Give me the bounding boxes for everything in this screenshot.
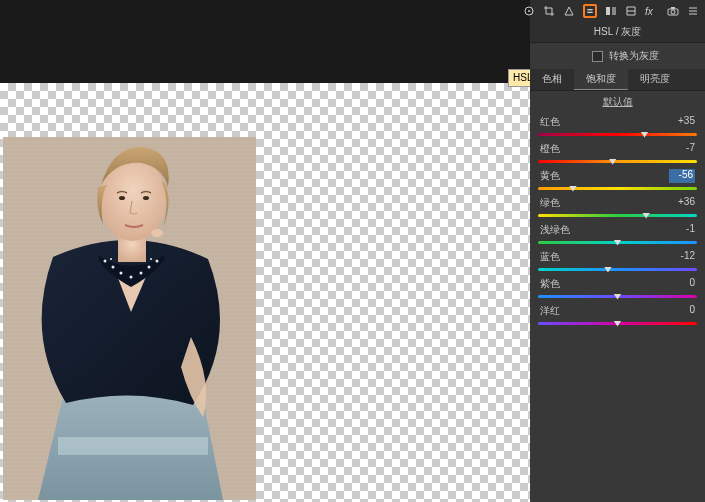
slider-row: 黄色-56 xyxy=(538,169,697,194)
reset-default[interactable]: 默认值 xyxy=(530,91,705,113)
svg-point-18 xyxy=(143,196,149,200)
photo-content xyxy=(3,137,256,500)
slider-value[interactable]: -56 xyxy=(669,169,695,183)
adjustments-panel: fx HSL / 灰度 转换为灰度 色相 饱和度 明亮度 默认值 红色+35橙色… xyxy=(530,0,705,502)
svg-point-10 xyxy=(148,266,151,269)
tab-luminance[interactable]: 明亮度 xyxy=(628,69,682,90)
svg-point-27 xyxy=(671,10,675,14)
tab-hue[interactable]: 色相 xyxy=(530,69,574,90)
svg-text:fx: fx xyxy=(645,6,654,17)
svg-point-12 xyxy=(110,258,112,260)
slider-value[interactable]: 0 xyxy=(669,277,695,291)
svg-rect-23 xyxy=(606,7,610,15)
slider-track[interactable] xyxy=(538,265,697,275)
slider-label: 绿色 xyxy=(540,196,560,210)
slider-value[interactable]: -7 xyxy=(669,142,695,156)
slider-track[interactable] xyxy=(538,292,697,302)
slider-list: 红色+35橙色-7黄色-56绿色+36浅绿色-1蓝色-12紫色0洋红0 xyxy=(530,113,705,339)
svg-point-7 xyxy=(120,272,123,275)
crop-icon[interactable] xyxy=(543,4,555,18)
slider-value[interactable]: +35 xyxy=(669,115,695,129)
tab-saturation[interactable]: 饱和度 xyxy=(574,69,628,90)
slider-track[interactable] xyxy=(538,130,697,140)
triangle-icon[interactable] xyxy=(563,4,575,18)
slider-row: 紫色0 xyxy=(538,277,697,302)
slider-value[interactable]: +36 xyxy=(669,196,695,210)
slider-row: 橙色-7 xyxy=(538,142,697,167)
fx-icon[interactable]: fx xyxy=(645,4,659,18)
slider-row: 红色+35 xyxy=(538,115,697,140)
svg-point-17 xyxy=(119,196,125,200)
svg-rect-21 xyxy=(587,9,592,10)
svg-rect-28 xyxy=(671,7,675,9)
slider-value[interactable]: 0 xyxy=(669,304,695,318)
grayscale-toggle-row[interactable]: 转换为灰度 xyxy=(530,43,705,69)
slider-label: 浅绿色 xyxy=(540,223,570,237)
slider-track[interactable] xyxy=(538,238,697,248)
svg-point-13 xyxy=(150,258,152,260)
svg-rect-24 xyxy=(612,7,616,15)
hsl-icon[interactable] xyxy=(583,4,597,18)
slider-value[interactable]: -1 xyxy=(669,223,695,237)
svg-point-9 xyxy=(140,272,143,275)
svg-point-6 xyxy=(112,266,115,269)
target-icon[interactable] xyxy=(523,4,535,18)
slider-row: 绿色+36 xyxy=(538,196,697,221)
detail-icon[interactable] xyxy=(625,4,637,18)
slider-row: 洋红0 xyxy=(538,304,697,329)
svg-point-5 xyxy=(104,260,107,263)
svg-point-11 xyxy=(156,260,159,263)
slider-label: 紫色 xyxy=(540,277,560,291)
svg-point-8 xyxy=(130,276,133,279)
slider-label: 红色 xyxy=(540,115,560,129)
svg-rect-22 xyxy=(587,12,592,13)
hsl-tabs: 色相 饱和度 明亮度 xyxy=(530,69,705,91)
camera-icon[interactable] xyxy=(667,4,679,18)
slider-label: 洋红 xyxy=(540,304,560,318)
slider-label: 黄色 xyxy=(540,169,560,183)
slider-label: 橙色 xyxy=(540,142,560,156)
grayscale-checkbox[interactable] xyxy=(592,51,603,62)
svg-rect-4 xyxy=(58,437,208,455)
slider-track[interactable] xyxy=(538,319,697,329)
slider-track[interactable] xyxy=(538,157,697,167)
canvas-area[interactable] xyxy=(0,0,530,502)
panel-title: HSL / 灰度 xyxy=(530,22,705,43)
slider-value[interactable]: -12 xyxy=(669,250,695,264)
slider-track[interactable] xyxy=(538,184,697,194)
grayscale-label: 转换为灰度 xyxy=(609,49,659,63)
slider-row: 浅绿色-1 xyxy=(538,223,697,248)
presets-icon[interactable] xyxy=(687,4,699,18)
slider-track[interactable] xyxy=(538,211,697,221)
slider-label: 蓝色 xyxy=(540,250,560,264)
svg-point-16 xyxy=(151,229,163,237)
image-layer[interactable] xyxy=(3,137,256,500)
panel-toolbar: fx xyxy=(530,0,705,22)
svg-point-20 xyxy=(528,10,530,12)
split-icon[interactable] xyxy=(605,4,617,18)
slider-row: 蓝色-12 xyxy=(538,250,697,275)
